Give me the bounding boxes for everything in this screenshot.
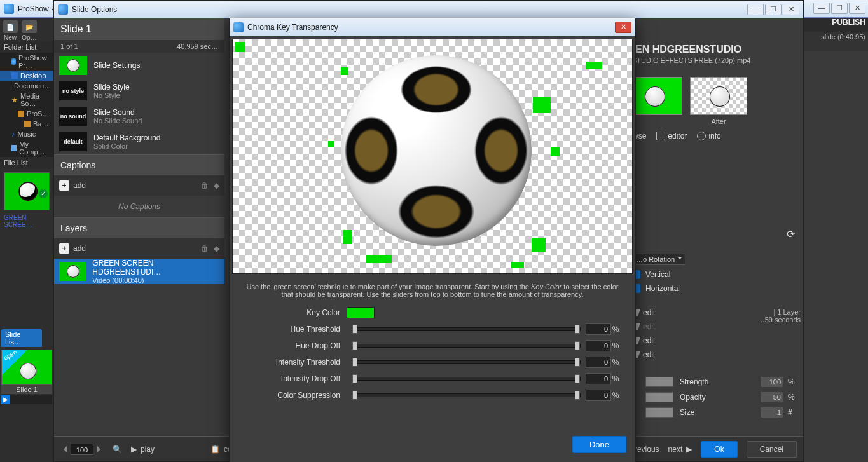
row-slide-sound[interactable]: no sound Slide SoundNo Slide Sound xyxy=(54,104,224,129)
color-swatch[interactable] xyxy=(645,392,673,402)
edit-row-3[interactable]: edit xyxy=(631,336,797,345)
key-color-swatch[interactable] xyxy=(347,307,375,318)
so-close-button[interactable]: ✕ xyxy=(783,4,799,15)
folder-icon xyxy=(18,111,24,117)
edit-row-4[interactable]: edit xyxy=(631,350,797,359)
slider-thumb[interactable] xyxy=(575,391,580,400)
publish-button[interactable]: PUBLISH xyxy=(832,18,865,32)
ok-button[interactable]: Ok xyxy=(701,441,737,458)
so-minimize-button[interactable]: — xyxy=(747,4,764,15)
slider-thumb[interactable] xyxy=(575,341,580,350)
slider-value[interactable]: 0 xyxy=(586,357,611,368)
thumb-icon xyxy=(59,56,87,75)
trash-icon[interactable]: 🗑 xyxy=(201,181,209,190)
key-artifact xyxy=(533,97,551,113)
slider-thumb[interactable] xyxy=(352,358,357,367)
toolbar-open[interactable]: 📂 Op… xyxy=(22,20,37,41)
slider-value[interactable]: 0 xyxy=(586,340,611,351)
sort-icon[interactable]: ◆ xyxy=(214,244,219,253)
slider-thumb[interactable] xyxy=(352,374,357,383)
chroma-titlebar[interactable]: Chroma Key Transparency ✕ xyxy=(230,18,635,36)
play-icon[interactable]: ▶ xyxy=(1,395,10,404)
key-artifact xyxy=(511,262,524,268)
chroma-preview xyxy=(232,39,633,274)
app-icon xyxy=(4,4,14,14)
app-icon xyxy=(11,58,16,65)
slide-subheader: 1 of 1 40.959 sec… xyxy=(54,40,224,53)
file-thumb-caption: GREEN SCREE… xyxy=(0,214,53,228)
tree-item: Ba… xyxy=(0,119,53,129)
trash-icon[interactable]: 🗑 xyxy=(201,244,209,253)
magnify-icon[interactable]: 🔍 xyxy=(113,445,122,454)
size-value[interactable]: 1 xyxy=(761,407,783,418)
layer-thumb xyxy=(59,262,86,281)
slider-color-suppression: Color Suppression 0 % xyxy=(245,387,620,404)
computer-icon xyxy=(11,145,17,151)
slider-thumb[interactable] xyxy=(575,358,580,367)
strength-value[interactable]: 100 xyxy=(761,377,783,387)
layer-item[interactable]: GREEN SCREEN HDGREENSTUDI… Video (00:00:… xyxy=(54,259,224,284)
slide-options-titlebar[interactable]: Slide Options — ☐ ✕ xyxy=(54,1,803,18)
row-default-bg[interactable]: default Default BackgroundSolid Color xyxy=(54,129,224,154)
info-button[interactable]: info xyxy=(697,132,720,140)
chroma-controls: Key Color Hue Threshold 0 % Hue Drop Off… xyxy=(230,302,635,404)
plus-icon: + xyxy=(59,243,69,254)
folder-tree[interactable]: ProShow Pr… Desktop Documen… ★Media So… … xyxy=(0,53,53,157)
flip-horizontal-row[interactable]: Horizontal xyxy=(631,284,797,293)
slide-options-title: Slide Options xyxy=(72,5,117,14)
done-button[interactable]: Done xyxy=(572,436,626,453)
key-color-label: Key Color xyxy=(245,308,347,317)
layer-file-title: …EN HDGREENSTUDIO xyxy=(625,44,797,55)
slide-list-tab[interactable]: Slide Lis… xyxy=(1,329,42,347)
slider-track[interactable] xyxy=(352,360,581,364)
app-minimize-button[interactable]: — xyxy=(813,3,830,14)
opacity-label: Opacity xyxy=(680,393,757,402)
chroma-close-button[interactable]: ✕ xyxy=(615,22,631,33)
row-slide-settings[interactable]: Slide Settings xyxy=(54,53,224,78)
slider-value[interactable]: 0 xyxy=(586,373,611,384)
chroma-description: Use the 'green screen' technique to make… xyxy=(230,276,635,302)
layer-info: | 1 Layer …59 seconds xyxy=(758,308,801,323)
soccer-ball-preview xyxy=(341,55,532,246)
app-close-button[interactable]: ✕ xyxy=(849,3,865,14)
app-maximize-button[interactable]: ☐ xyxy=(831,3,848,14)
so-maximize-button[interactable]: ☐ xyxy=(765,4,782,15)
layer-title: GREEN SCREEN HDGREENSTUDI… xyxy=(92,259,219,276)
slider-thumb[interactable] xyxy=(352,325,357,334)
slider-track[interactable] xyxy=(352,344,581,348)
row-slide-style[interactable]: no style Slide StyleNo Style xyxy=(54,78,224,104)
slider-thumb[interactable] xyxy=(575,374,580,383)
thumb-badge: no sound xyxy=(59,107,87,126)
slide-thumb[interactable]: open xyxy=(1,350,52,385)
slider-hue-dropoff: Hue Drop Off 0 % xyxy=(245,337,620,354)
tree-item: ★Media So… xyxy=(0,91,53,109)
triangle-left-icon[interactable] xyxy=(60,446,67,452)
slider-track[interactable] xyxy=(352,393,581,397)
slider-value[interactable]: 0 xyxy=(586,390,611,401)
zoom-value[interactable]: 100 xyxy=(71,444,93,455)
refresh-icon[interactable]: ⟳ xyxy=(784,228,797,241)
play-button[interactable]: ▶ play xyxy=(131,445,155,454)
add-caption-button[interactable]: +add xyxy=(59,180,86,191)
file-thumbnail[interactable]: ✓ xyxy=(4,172,50,210)
toolbar-new[interactable]: 📄 New xyxy=(3,20,18,41)
sort-icon[interactable]: ◆ xyxy=(214,181,219,190)
triangle-right-icon[interactable] xyxy=(97,446,104,452)
slider-value[interactable]: 0 xyxy=(586,323,611,335)
slider-thumb[interactable] xyxy=(575,325,580,334)
slider-track[interactable] xyxy=(352,327,581,331)
color-swatch[interactable] xyxy=(645,407,673,418)
slider-thumb[interactable] xyxy=(352,341,357,350)
tree-item: Documen… xyxy=(0,81,53,91)
slider-track[interactable] xyxy=(352,377,581,381)
slider-thumb[interactable] xyxy=(352,391,357,400)
color-swatch[interactable] xyxy=(645,377,673,387)
cancel-button[interactable]: Cancel xyxy=(747,441,797,458)
rotation-select[interactable]: …o Rotation xyxy=(631,254,685,265)
editor-button[interactable]: editor xyxy=(656,132,687,140)
opacity-value[interactable]: 50 xyxy=(761,392,783,402)
slider-hue-threshold: Hue Threshold 0 % xyxy=(245,321,620,337)
next-button[interactable]: next ▶ xyxy=(668,445,692,454)
add-layer-button[interactable]: +add xyxy=(59,243,86,254)
flip-vertical-row[interactable]: Vertical xyxy=(631,270,797,279)
